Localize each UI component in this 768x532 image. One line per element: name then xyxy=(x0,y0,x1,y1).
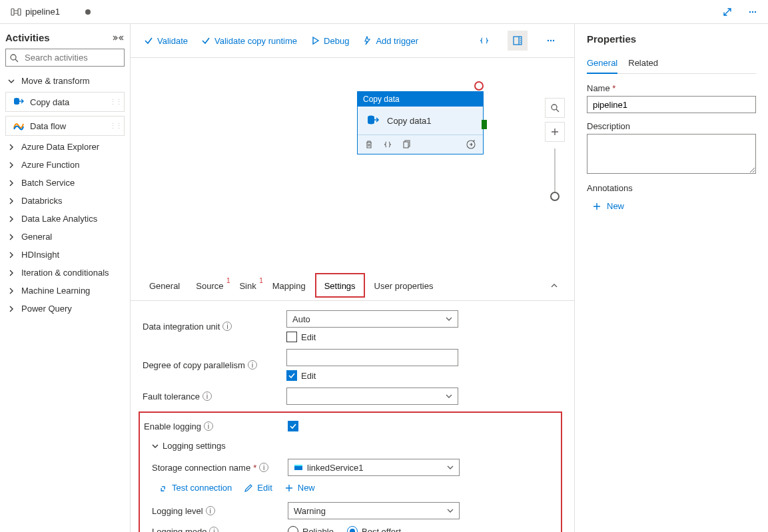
properties-heading: Properties xyxy=(587,33,756,45)
enable-logging-checkbox[interactable] xyxy=(288,421,298,431)
chevron-down-icon xyxy=(447,507,454,514)
tab-sink[interactable]: Sink1 xyxy=(231,274,264,296)
zoom-slider[interactable] xyxy=(554,148,556,196)
error-count-badge: 1 xyxy=(259,277,263,284)
pipeline-title-text: pipeline1 xyxy=(25,7,60,17)
storage-conn-name-label: Storage connection name xyxy=(152,463,250,473)
search-activities-input[interactable] xyxy=(5,49,125,67)
cat-databricks[interactable]: Databricks xyxy=(5,192,125,210)
description-textarea[interactable] xyxy=(587,134,756,174)
delete-node-icon[interactable] xyxy=(364,140,374,149)
new-annotation-button[interactable]: New xyxy=(592,201,756,211)
more-icon[interactable] xyxy=(743,2,763,22)
name-label: Name * xyxy=(587,83,756,93)
chevron-right-icon xyxy=(8,198,17,204)
cat-azure-function[interactable]: Azure Function xyxy=(5,156,125,174)
tab-settings[interactable]: Settings xyxy=(315,273,365,298)
info-icon[interactable]: i xyxy=(202,392,212,401)
logging-level-select[interactable]: Warning xyxy=(288,502,460,519)
props-tab-related[interactable]: Related xyxy=(628,54,658,73)
debug-button[interactable]: Debug xyxy=(310,36,349,46)
logging-mode-label: Logging mode xyxy=(152,527,206,533)
more-toolbar-button[interactable] xyxy=(541,31,561,51)
cat-batch-service[interactable]: Batch Service xyxy=(5,174,125,192)
chevron-down-icon xyxy=(446,316,452,322)
logging-level-label: Logging level xyxy=(152,506,203,516)
node-name-label: Copy data1 xyxy=(387,116,432,126)
grip-icon: ⋮⋮ xyxy=(109,122,121,131)
clone-node-icon[interactable] xyxy=(402,140,411,149)
cat-iteration[interactable]: Iteration & conditionals xyxy=(5,264,125,282)
properties-toggle-button[interactable] xyxy=(508,31,528,51)
chevron-right-icon xyxy=(8,288,17,294)
chevron-right-icon xyxy=(8,162,17,168)
chevron-right-icon xyxy=(8,252,17,258)
fault-tolerance-label: Fault tolerance xyxy=(143,392,200,401)
diu-select[interactable]: Auto xyxy=(286,310,458,328)
pipeline-canvas[interactable]: Copy data Copy data1 xyxy=(131,58,574,270)
expand-icon[interactable] xyxy=(717,2,737,22)
activity-copy-data[interactable]: Copy data ⋮⋮ xyxy=(5,92,125,112)
tab-source[interactable]: Source1 xyxy=(188,274,231,296)
info-icon[interactable]: i xyxy=(248,360,257,370)
tab-mapping[interactable]: Mapping xyxy=(264,274,314,296)
dop-input[interactable] xyxy=(286,349,458,366)
cat-machine-learning[interactable]: Machine Learning xyxy=(5,282,125,300)
chevron-down-icon xyxy=(8,78,17,85)
svg-rect-13 xyxy=(404,142,408,148)
svg-point-5 xyxy=(11,55,16,60)
test-connection-button[interactable]: Test connection xyxy=(159,483,232,493)
code-view-button[interactable] xyxy=(474,31,494,51)
add-trigger-button[interactable]: Add trigger xyxy=(362,36,418,46)
validate-button[interactable]: Validate xyxy=(144,36,188,46)
node-code-icon[interactable] xyxy=(383,140,392,149)
info-icon[interactable]: i xyxy=(222,322,232,331)
dop-label: Degree of copy parallelism xyxy=(143,360,245,370)
dop-edit-checkbox[interactable] xyxy=(286,370,297,381)
logging-settings-label: Logging settings xyxy=(163,441,226,451)
chevron-down-icon xyxy=(446,393,452,399)
pipeline-tab[interactable]: pipeline1 xyxy=(5,4,96,20)
error-count-badge: 1 xyxy=(226,277,230,284)
canvas-search-button[interactable] xyxy=(545,98,565,118)
edit-connection-button[interactable]: Edit xyxy=(244,483,272,493)
cat-hdinsight[interactable]: HDInsight xyxy=(5,246,125,264)
diu-edit-checkbox[interactable] xyxy=(286,332,297,342)
cat-data-lake-analytics[interactable]: Data Lake Analytics xyxy=(5,210,125,228)
collapse-sidebar-icon[interactable] xyxy=(113,34,125,42)
tab-general[interactable]: General xyxy=(141,274,188,296)
cat-general[interactable]: General xyxy=(5,228,125,246)
diu-label: Data integration unit xyxy=(143,322,220,332)
logging-mode-best-effort-radio[interactable]: Best effort xyxy=(347,526,401,532)
svg-point-10 xyxy=(553,40,554,41)
copy-data-node[interactable]: Copy data Copy data1 xyxy=(357,91,484,154)
unsaved-indicator-icon xyxy=(85,9,91,15)
fault-tolerance-select[interactable] xyxy=(286,388,458,405)
activity-data-flow[interactable]: Data flow ⋮⋮ xyxy=(5,116,125,136)
validate-copy-runtime-button[interactable]: Validate copy runtime xyxy=(201,36,297,46)
cat-azure-data-explorer[interactable]: Azure Data Explorer xyxy=(5,138,125,156)
logging-mode-reliable-radio[interactable]: Reliable xyxy=(288,526,334,532)
zoom-in-button[interactable] xyxy=(545,122,565,142)
node-more-icon[interactable] xyxy=(466,139,476,150)
enable-logging-label: Enable logging xyxy=(144,421,201,431)
node-type-label: Copy data xyxy=(363,95,400,104)
new-connection-button[interactable]: New xyxy=(284,483,315,493)
info-icon[interactable]: i xyxy=(259,463,268,472)
storage-connection-select[interactable]: linkedService1 xyxy=(288,459,460,476)
name-input[interactable] xyxy=(587,96,756,113)
description-label: Description xyxy=(587,121,756,131)
info-icon[interactable]: i xyxy=(204,421,213,431)
collapse-panel-icon[interactable] xyxy=(545,276,564,295)
svg-point-8 xyxy=(548,40,549,41)
node-output-port[interactable] xyxy=(482,120,487,129)
chevron-down-icon[interactable] xyxy=(152,443,159,449)
tab-user-properties[interactable]: User properties xyxy=(366,274,442,296)
chevron-right-icon xyxy=(8,270,17,276)
svg-point-4 xyxy=(755,11,756,12)
cat-power-query[interactable]: Power Query xyxy=(5,300,125,318)
props-tab-general[interactable]: General xyxy=(587,54,617,73)
info-icon[interactable]: i xyxy=(206,506,215,515)
info-icon[interactable]: i xyxy=(209,527,218,532)
move-transform-group[interactable]: Move & transform xyxy=(5,72,125,90)
